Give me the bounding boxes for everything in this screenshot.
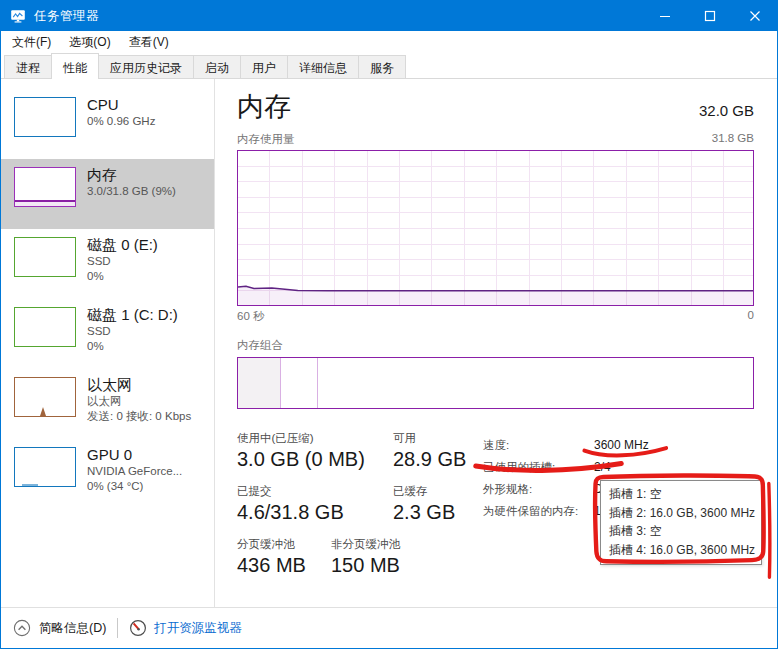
sidebar-item-subtitle: NVIDIA GeForce... [87, 464, 182, 479]
tab-performance[interactable]: 性能 [51, 53, 99, 79]
menu-file[interactable]: 文件(F) [3, 31, 60, 53]
page-title: 内存 [237, 89, 291, 125]
tab-startup[interactable]: 启动 [193, 55, 241, 78]
tab-processes[interactable]: 进程 [4, 55, 52, 78]
menu-options[interactable]: 选项(O) [60, 31, 119, 53]
speedometer-icon [129, 619, 147, 637]
chart-timespan-label: 60 秒 [237, 309, 265, 324]
sidebar-item-title: 磁盘 1 (C: D:) [87, 305, 178, 324]
disk1-mini-graph [14, 307, 76, 347]
memory-slots-tooltip: 插槽 1: 空 插槽 2: 16.0 GB, 3600 MHz 插槽 3: 空 … [600, 480, 762, 565]
sidebar-item-subtitle2: 0% [87, 339, 178, 354]
footer-divider [117, 618, 118, 638]
stat-committed: 已提交 4.6/31.8 GB [237, 484, 393, 526]
sidebar-item-subtitle: 0% 0.96 GHz [87, 114, 155, 129]
stat-nonpaged-pool: 非分页缓冲池 150 MB [331, 537, 400, 579]
menubar: 文件(F) 选项(O) 查看(V) [1, 31, 777, 53]
task-manager-window: 任务管理器 文件(F) 选项(O) 查看(V) 进程 性能 应用历史记录 启动 … [0, 0, 778, 649]
resource-monitor-link[interactable]: 打开资源监视器 [129, 619, 242, 637]
memory-usage-chart[interactable] [237, 150, 754, 306]
sidebar-item-subtitle2: 0% (34 °C) [87, 479, 182, 494]
sidebar-item-cpu[interactable]: CPU 0% 0.96 GHz [1, 89, 214, 159]
tab-details[interactable]: 详细信息 [287, 55, 359, 78]
composition-segment-standby [281, 358, 318, 408]
sidebar-item-title: 内存 [87, 165, 176, 184]
sidebar-item-ethernet[interactable]: 以太网 以太网 发送: 0 接收: 0 Kbps [1, 369, 214, 439]
maximize-button[interactable] [687, 1, 732, 31]
sidebar-item-subtitle: 以太网 [87, 394, 191, 409]
tooltip-slot-1: 插槽 1: 空 [609, 485, 753, 504]
stat-paged-pool: 分页缓冲池 436 MB [237, 537, 331, 579]
memory-stats-left: 使用中(已压缩) 3.0 GB (0 MB) 可用 28.9 GB 已提交 4.… [237, 431, 483, 590]
stat-available: 可用 28.9 GB [393, 431, 466, 473]
tooltip-slot-2: 插槽 2: 16.0 GB, 3600 MHz [609, 504, 753, 523]
composition-segment-free [318, 358, 753, 408]
ethernet-mini-graph [14, 377, 76, 417]
stat-cached: 已缓存 2.3 GB [393, 484, 455, 526]
usage-chart-label: 内存使用量 [237, 132, 295, 147]
sidebar-item-subtitle: 3.0/31.8 GB (9%) [87, 184, 176, 199]
sidebar-item-title: 以太网 [87, 375, 191, 394]
tooltip-slot-4: 插槽 4: 16.0 GB, 3600 MHz [609, 541, 753, 560]
detail-speed: 速度: 3600 MHz [483, 434, 649, 456]
tooltip-slot-3: 插槽 3: 空 [609, 522, 753, 541]
usage-chart-max-label: 31.8 GB [712, 132, 754, 147]
memory-composition-bar[interactable] [237, 357, 754, 409]
sidebar-item-subtitle: SSD [87, 324, 178, 339]
chart-zero-label: 0 [748, 309, 754, 324]
usage-line [238, 151, 753, 305]
sidebar-item-title: GPU 0 [87, 445, 182, 464]
footer-bar: 简略信息(D) 打开资源监视器 [1, 607, 777, 648]
memory-composition-label: 内存组合 [237, 338, 754, 353]
gpu-mini-graph [14, 447, 76, 487]
resource-monitor-label: 打开资源监视器 [154, 620, 242, 637]
performance-sidebar: CPU 0% 0.96 GHz 内存 3.0/31.8 GB (9%) 磁盘 0… [1, 79, 215, 607]
minimize-icon [659, 10, 671, 22]
stat-in-use: 使用中(已压缩) 3.0 GB (0 MB) [237, 431, 393, 473]
sidebar-item-subtitle: SSD [87, 254, 158, 269]
close-button[interactable] [732, 1, 777, 31]
details-toggle-button[interactable]: 简略信息(D) [13, 619, 106, 637]
window-title: 任务管理器 [34, 8, 99, 25]
tab-services[interactable]: 服务 [358, 55, 406, 78]
cpu-mini-graph [14, 97, 76, 137]
minimize-button[interactable] [642, 1, 687, 31]
sidebar-item-title: CPU [87, 95, 155, 114]
disk0-mini-graph [14, 237, 76, 277]
close-icon [749, 10, 761, 22]
titlebar: 任务管理器 [1, 1, 777, 31]
tab-app-history[interactable]: 应用历史记录 [98, 55, 194, 78]
sidebar-item-subtitle2: 0% [87, 269, 158, 284]
maximize-icon [704, 10, 716, 22]
tab-users[interactable]: 用户 [240, 55, 288, 78]
menu-view[interactable]: 查看(V) [120, 31, 178, 53]
composition-segment-in-use [238, 358, 281, 408]
sidebar-item-subtitle2: 发送: 0 接收: 0 Kbps [87, 409, 191, 424]
task-manager-icon[interactable] [10, 8, 26, 24]
sidebar-item-disk0[interactable]: 磁盘 0 (E:) SSD 0% [1, 229, 214, 299]
tab-bar: 进程 性能 应用历史记录 启动 用户 详细信息 服务 [1, 53, 777, 79]
details-toggle-label: 简略信息(D) [39, 620, 106, 637]
memory-mini-graph [14, 167, 76, 207]
detail-slots-used: 已使用的插槽: 2/4 [483, 456, 649, 478]
sidebar-item-title: 磁盘 0 (E:) [87, 235, 158, 254]
chevron-up-circle-icon [13, 619, 31, 637]
memory-total-capacity: 32.0 GB [699, 102, 754, 119]
sidebar-item-disk1[interactable]: 磁盘 1 (C: D:) SSD 0% [1, 299, 214, 369]
sidebar-item-gpu[interactable]: GPU 0 NVIDIA GeForce... 0% (34 °C) [1, 439, 214, 509]
sidebar-item-memory[interactable]: 内存 3.0/31.8 GB (9%) [1, 159, 214, 229]
